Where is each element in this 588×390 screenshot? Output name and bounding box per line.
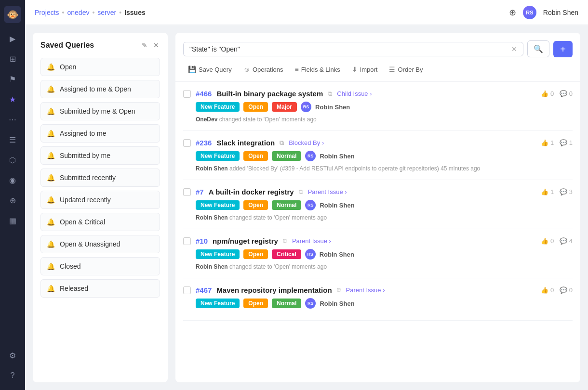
app-logo[interactable]: 🐵 — [4, 6, 21, 23]
save-query-button[interactable]: 💾 Save Query — [183, 63, 237, 76]
issue-checkbox[interactable] — [183, 139, 191, 147]
search-input[interactable] — [189, 45, 508, 53]
add-issue-button[interactable]: + — [553, 41, 573, 57]
issue-title[interactable]: A built-in docker registry — [209, 188, 294, 196]
query-item[interactable]: 🔔Open & Unassigned — [40, 235, 160, 253]
issue-link[interactable]: Parent Issue › — [346, 286, 385, 294]
query-label: Open & Unassigned — [60, 240, 120, 248]
nav-branches-icon[interactable]: ⊕ — [4, 192, 21, 209]
bell-icon: 🔔 — [47, 174, 55, 182]
nav-dashboard-icon[interactable]: ⊞ — [4, 50, 21, 67]
issue-link[interactable]: Parent Issue › — [308, 188, 347, 195]
import-button[interactable]: ⬇ Import — [347, 63, 383, 76]
copy-icon[interactable]: ⧉ — [299, 188, 303, 196]
copy-icon[interactable]: ⧉ — [280, 139, 284, 147]
issue-checkbox[interactable] — [183, 188, 191, 196]
query-item[interactable]: 🔔Submitted by me & Open — [40, 102, 160, 120]
query-item[interactable]: 🔔Open & Critical — [40, 213, 160, 231]
issue-title[interactable]: npm/nuget registry — [213, 237, 278, 245]
nav-boards-icon[interactable]: ▦ — [4, 212, 21, 229]
query-item[interactable]: 🔔Submitted recently — [40, 169, 160, 187]
issue-votes: 👍 0 💬 4 — [541, 237, 573, 245]
avatar: RS — [305, 298, 316, 309]
nav-starred-icon[interactable]: ★ — [4, 91, 21, 108]
query-item[interactable]: 🔔Updated recently — [40, 191, 160, 209]
bell-icon: 🔔 — [47, 262, 55, 270]
breadcrumb-onedev[interactable]: onedev — [67, 9, 89, 16]
search-button[interactable]: 🔍 — [527, 40, 549, 57]
nav-expand-icon[interactable]: ▶ — [4, 30, 21, 47]
query-label: Assigned to me & Open — [60, 85, 131, 93]
query-item[interactable]: 🔔Assigned to me — [40, 124, 160, 143]
issue-header: #236 Slack integration ⧉ Blocked By › 👍 … — [183, 139, 573, 147]
bell-icon: 🔔 — [47, 285, 55, 292]
copy-icon[interactable]: ⧉ — [328, 90, 332, 98]
github-icon[interactable]: ⊕ — [509, 7, 516, 18]
save-query-icon: 💾 — [188, 65, 196, 73]
query-item[interactable]: 🔔Submitted by me — [40, 146, 160, 165]
issue-checkbox[interactable] — [183, 90, 191, 98]
search-clear-icon[interactable]: ✕ — [511, 45, 517, 53]
nav-issues-icon[interactable]: ⚑ — [4, 70, 21, 88]
issue-tags: New FeatureOpenCritical RS Robin Shen — [196, 249, 573, 260]
issue-votes: 👍 1 💬 1 — [541, 139, 573, 146]
issue-title[interactable]: Built-in binary package system — [216, 90, 323, 98]
issue-id[interactable]: #10 — [196, 237, 208, 245]
issue-tags: New FeatureOpenNormal RS Robin Shen — [196, 200, 573, 210]
issue-checkbox[interactable] — [183, 237, 191, 245]
nav-ci-icon[interactable]: ⋯ — [4, 111, 21, 128]
query-label: Open — [60, 63, 76, 71]
query-item[interactable]: 🔔Assigned to me & Open — [40, 80, 160, 98]
nav-packages-icon[interactable]: ☰ — [4, 131, 21, 148]
user-name: Robin Shen — [543, 9, 578, 16]
tag: Open — [243, 102, 268, 112]
query-item[interactable]: 🔔Closed — [40, 257, 160, 275]
issue-id[interactable]: #466 — [196, 90, 212, 98]
activity-text: added 'Blocked By' (#359 - Add RESTful A… — [229, 165, 480, 172]
tag: Open — [243, 299, 268, 308]
issue-tags: New FeatureOpenMajor RS Robin Shen — [196, 102, 573, 112]
table-row: #466 Built-in binary package system ⧉ Ch… — [183, 82, 573, 131]
votes-count: 👍 1 — [541, 188, 554, 195]
issue-user: Robin Shen — [315, 104, 350, 111]
breadcrumb-sep2: • — [92, 9, 94, 16]
issue-title[interactable]: Slack integration — [216, 139, 275, 147]
activity-text: changed state to 'Open' moments ago — [229, 214, 327, 221]
copy-icon[interactable]: ⧉ — [283, 237, 287, 245]
issue-id[interactable]: #7 — [196, 188, 204, 196]
issue-checkbox[interactable] — [183, 286, 191, 294]
issue-id[interactable]: #467 — [196, 286, 212, 294]
nav-settings-icon[interactable]: ⚙ — [4, 347, 21, 364]
fields-links-button[interactable]: ≡ Fields & Links — [290, 63, 345, 76]
tag: New Feature — [196, 249, 240, 259]
issue-link[interactable]: Blocked By › — [289, 139, 324, 146]
avatar: RS — [305, 200, 316, 210]
comments-count: 💬 0 — [560, 90, 573, 97]
issue-header: #10 npm/nuget registry ⧉ Parent Issue › … — [183, 237, 573, 245]
breadcrumb-projects[interactable]: Projects — [35, 9, 59, 16]
tag: Open — [243, 249, 268, 259]
copy-icon[interactable]: ⧉ — [337, 286, 341, 294]
issue-link[interactable]: Parent Issue › — [292, 237, 331, 245]
issue-id[interactable]: #236 — [196, 139, 212, 147]
query-item[interactable]: 🔔Released — [40, 279, 160, 298]
bell-icon: 🔔 — [47, 107, 55, 115]
operations-label: Operations — [253, 66, 283, 73]
breadcrumb-server[interactable]: server — [97, 9, 116, 16]
import-label: Import — [360, 66, 378, 73]
issue-activity: Robin Shen added 'Blocked By' (#359 - Ad… — [196, 165, 573, 172]
nav-help-icon[interactable]: ? — [4, 367, 21, 384]
issue-link[interactable]: Child Issue › — [337, 90, 372, 97]
edit-queries-button[interactable]: ✎ — [141, 40, 148, 50]
issue-title[interactable]: Maven repository implementation — [216, 286, 332, 294]
operations-button[interactable]: ☺ Operations — [239, 63, 288, 76]
query-item[interactable]: 🔔Open — [40, 58, 160, 76]
nav-git-icon[interactable]: ⬡ — [4, 151, 21, 169]
table-row: #467 Maven repository implementation ⧉ P… — [183, 278, 573, 321]
issue-activity: Robin Shen changed state to 'Open' momen… — [196, 263, 573, 270]
votes-count: 👍 1 — [541, 139, 554, 146]
close-queries-button[interactable]: ✕ — [152, 40, 160, 50]
nav-tags-icon[interactable]: ◉ — [4, 171, 21, 189]
comments-count: 💬 3 — [560, 188, 573, 195]
order-by-button[interactable]: ☰ Order By — [384, 63, 428, 76]
